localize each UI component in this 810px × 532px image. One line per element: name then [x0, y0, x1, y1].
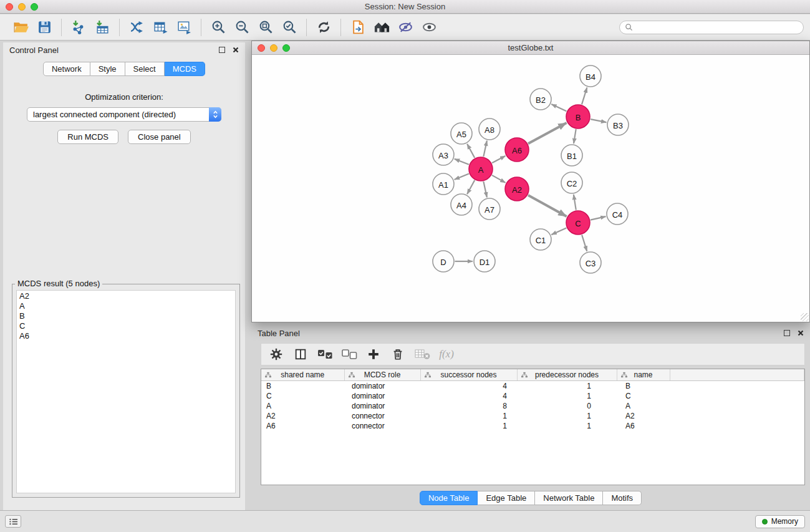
graph-edge-A-A6[interactable] — [492, 156, 505, 163]
float-table-panel-icon[interactable] — [784, 330, 790, 336]
select-all-button[interactable] — [315, 345, 335, 364]
graph-edge-C-C3[interactable] — [582, 235, 587, 251]
graph-edge-A-A1[interactable] — [455, 174, 469, 180]
add-column-button[interactable] — [364, 345, 383, 364]
graph-edge-A6-B[interactable] — [528, 123, 567, 143]
table-settings-button[interactable] — [266, 345, 286, 364]
import-network-button[interactable] — [67, 17, 90, 38]
zoom-out-button[interactable] — [230, 17, 254, 38]
minimize-window-button[interactable] — [18, 3, 26, 11]
zoom-in-button[interactable] — [206, 17, 230, 38]
tab-network-table[interactable]: Network Table — [535, 491, 603, 505]
graph-node-D1[interactable]: D1 — [474, 251, 495, 272]
column-header-predecessor-nodes[interactable]: predecessor nodes — [517, 369, 617, 380]
graph-edge-A2-C[interactable] — [528, 195, 567, 216]
open-document-button[interactable] — [346, 17, 370, 38]
table-row[interactable]: A6connector11A6 — [261, 421, 804, 431]
search-input[interactable] — [636, 23, 798, 32]
graph-edge-B-B1[interactable] — [574, 129, 576, 143]
zoom-fit-button[interactable] — [254, 17, 277, 38]
graph-edge-C-C1[interactable] — [551, 228, 566, 235]
graph-node-A3[interactable]: A3 — [433, 144, 454, 165]
close-panel-icon[interactable] — [233, 46, 239, 55]
memory-button[interactable]: Memory — [755, 515, 805, 528]
graph-node-A[interactable]: A — [469, 157, 493, 181]
column-header-shared-name[interactable]: shared name — [261, 369, 344, 380]
graph-node-A4[interactable]: A4 — [451, 194, 472, 215]
graph-node-A2[interactable]: A2 — [505, 177, 529, 201]
export-table-button[interactable] — [148, 17, 172, 38]
tab-network[interactable]: Network — [43, 62, 90, 76]
table-row[interactable]: Bdominator41B — [261, 380, 804, 391]
zoom-window-button[interactable] — [31, 3, 38, 11]
show-columns-button[interactable] — [291, 345, 311, 364]
graph-node-C4[interactable]: C4 — [607, 203, 628, 225]
graph-node-B3[interactable]: B3 — [607, 114, 629, 135]
save-session-button[interactable] — [32, 17, 56, 38]
apply-layout-button[interactable] — [312, 17, 335, 38]
graph-node-A1[interactable]: A1 — [433, 173, 454, 195]
graph-node-A8[interactable]: A8 — [479, 118, 500, 140]
graph-node-C3[interactable]: C3 — [580, 252, 601, 273]
optimization-select[interactable]: largest connected component (directed) — [27, 107, 221, 122]
hide-details-button[interactable] — [393, 17, 417, 38]
export-image-button[interactable] — [172, 17, 196, 38]
graph-node-C1[interactable]: C1 — [530, 229, 551, 250]
resize-grip-icon[interactable] — [801, 313, 809, 321]
panel-toggle-button[interactable] — [5, 515, 21, 528]
new-network-button[interactable] — [125, 17, 148, 38]
delete-column-button[interactable] — [388, 345, 408, 364]
close-network-window-button[interactable] — [258, 44, 265, 52]
network-canvas[interactable]: B4B2BB3A5A8A6A3B1AA1C2A2A4A7C4CC1C3DD1 — [252, 55, 809, 322]
zoom-selected-button[interactable] — [277, 17, 301, 38]
float-panel-icon[interactable] — [219, 47, 225, 53]
close-window-button[interactable] — [6, 3, 13, 11]
column-header-mcds-role[interactable]: MCDS role — [344, 369, 420, 380]
tab-mcds[interactable]: MCDS — [165, 62, 205, 76]
graph-node-C2[interactable]: C2 — [561, 172, 582, 193]
graph-edge-A-A7[interactable] — [483, 181, 487, 197]
graph-edge-A-A5[interactable] — [467, 144, 475, 158]
graph-edge-B-B3[interactable] — [591, 119, 606, 122]
graph-node-B1[interactable]: B1 — [561, 145, 582, 166]
network-graph[interactable]: B4B2BB3A5A8A6A3B1AA1C2A2A4A7C4CC1C3DD1 — [252, 55, 809, 322]
graph-edge-B-B2[interactable] — [551, 104, 566, 111]
import-table-button[interactable] — [90, 17, 114, 38]
mcds-result-list[interactable]: A2ABCA6 — [16, 290, 236, 493]
function-builder-button[interactable]: f(x) — [436, 345, 456, 364]
home-view-button[interactable] — [370, 17, 393, 38]
graph-node-B2[interactable]: B2 — [530, 89, 551, 110]
tab-select[interactable]: Select — [125, 62, 165, 76]
graph-node-A5[interactable]: A5 — [451, 123, 472, 144]
graph-edge-A-A2[interactable] — [492, 175, 506, 183]
close-panel-button[interactable]: Close panel — [128, 130, 191, 144]
delete-table-button[interactable] — [412, 345, 432, 364]
column-header-name[interactable]: name — [617, 369, 670, 380]
graph-node-B4[interactable]: B4 — [580, 65, 601, 87]
deselect-all-button[interactable] — [339, 345, 359, 364]
tab-motifs[interactable]: Motifs — [603, 491, 642, 505]
table-row[interactable]: A2connector11A2 — [261, 411, 804, 421]
tab-node-table[interactable]: Node Table — [420, 491, 478, 505]
graph-node-B[interactable]: B — [566, 105, 590, 128]
tab-style[interactable]: Style — [90, 62, 125, 76]
network-window-titlebar[interactable]: testGlobe.txt — [252, 41, 809, 55]
column-header-successor-nodes[interactable]: successor nodes — [420, 369, 517, 380]
zoom-network-window-button[interactable] — [282, 44, 290, 52]
graph-edge-C-C4[interactable] — [591, 216, 606, 220]
open-session-button[interactable] — [9, 17, 32, 38]
table-row[interactable]: Adominator80A — [261, 401, 804, 411]
table-row[interactable]: Cdominator41C — [261, 391, 804, 401]
graph-node-C[interactable]: C — [566, 211, 590, 235]
graph-edge-A-A8[interactable] — [483, 141, 487, 157]
graph-edge-B-B4[interactable] — [582, 87, 587, 104]
show-details-button[interactable] — [417, 17, 441, 38]
graph-node-A6[interactable]: A6 — [505, 138, 529, 162]
graph-edge-C-C2[interactable] — [574, 195, 576, 210]
run-mcds-button[interactable]: Run MCDS — [57, 130, 118, 144]
close-table-panel-icon[interactable] — [798, 329, 804, 338]
graph-edge-A-A4[interactable] — [467, 180, 475, 194]
graph-node-A7[interactable]: A7 — [479, 198, 500, 220]
graph-edge-A-A3[interactable] — [455, 159, 469, 165]
graph-node-D[interactable]: D — [433, 251, 454, 272]
